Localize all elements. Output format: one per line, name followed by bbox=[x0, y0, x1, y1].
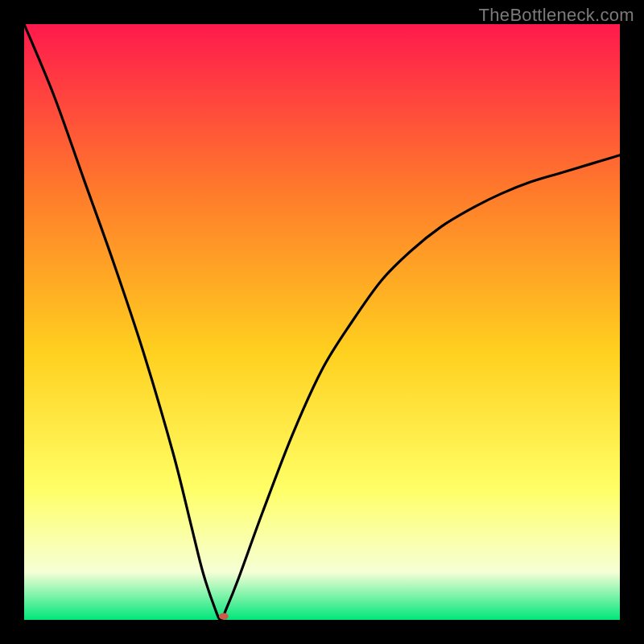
plot-background bbox=[24, 24, 620, 620]
bottleneck-chart bbox=[0, 0, 644, 644]
chart-frame: { "watermark": "TheBottleneck.com", "cha… bbox=[0, 0, 644, 644]
watermark-text: TheBottleneck.com bbox=[479, 5, 634, 26]
minimum-marker bbox=[219, 613, 229, 620]
